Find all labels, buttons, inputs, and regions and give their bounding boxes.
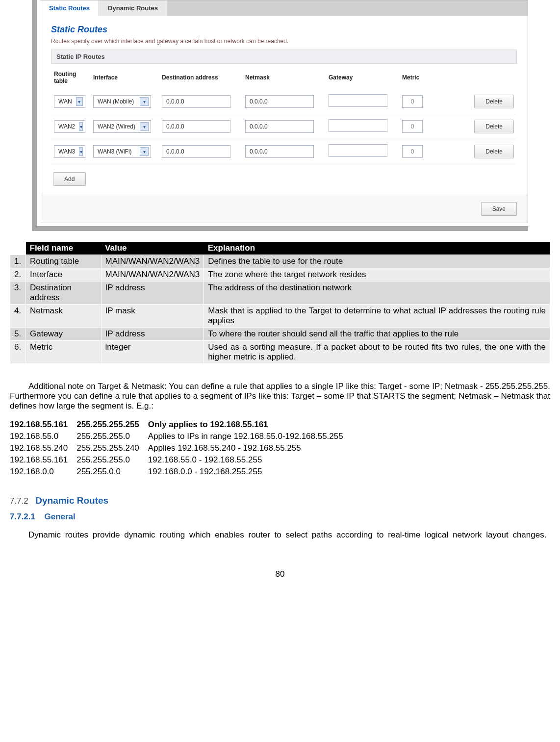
row-number: 1. bbox=[10, 255, 26, 268]
heading-title: Dynamic Routes bbox=[35, 495, 108, 506]
field-name: Destination address bbox=[26, 281, 102, 305]
interface-select[interactable]: WAN3 (WiFi)▾ bbox=[93, 145, 151, 158]
row-number: 2. bbox=[10, 268, 26, 281]
field-value: integer bbox=[101, 341, 204, 364]
delete-button[interactable]: Delete bbox=[474, 95, 514, 108]
field-value: IP address bbox=[101, 328, 204, 341]
subheading-general: 7.7.2.1 General bbox=[10, 512, 550, 522]
field-explanation: Used as a sorting measure. If a packet a… bbox=[204, 341, 550, 364]
example-ip: 192.168.55.0 bbox=[10, 431, 76, 442]
row-number: 6. bbox=[10, 341, 26, 364]
example-ip: 192.168.55.161 bbox=[10, 419, 76, 431]
field-value: IP address bbox=[101, 281, 204, 305]
chevron-down-icon: ▾ bbox=[140, 97, 149, 106]
gateway-input[interactable] bbox=[329, 144, 387, 157]
field-value: IP mask bbox=[101, 305, 204, 328]
netmask-input[interactable]: 0.0.0.0 bbox=[245, 145, 314, 158]
head-value: Value bbox=[101, 242, 204, 255]
page-number: 80 bbox=[10, 569, 550, 579]
example-mask: 255.255.255.240 bbox=[76, 442, 148, 454]
chevron-down-icon: ▾ bbox=[76, 97, 83, 106]
example-mask: 255.255.0.0 bbox=[76, 466, 148, 478]
field-explanation: To where the router should send all the … bbox=[204, 328, 550, 341]
note-paragraph: Additional note on Target & Netmask: You… bbox=[10, 382, 550, 411]
example-mask: 255.255.255.255 bbox=[76, 419, 148, 431]
example-desc: Applies 192.168.55.240 - 192.168.55.255 bbox=[148, 442, 352, 454]
routing-table-select[interactable]: WAN▾ bbox=[54, 95, 85, 108]
interface-select[interactable]: WAN2 (Wired)▾ bbox=[93, 120, 151, 133]
heading-number: 7.7.2 bbox=[10, 496, 28, 506]
subheading-number: 7.7.2.1 bbox=[10, 512, 35, 522]
field-value: MAIN/WAN/WAN2/WAN3 bbox=[101, 255, 204, 268]
destination-input[interactable]: 0.0.0.0 bbox=[162, 95, 230, 108]
col-routing-table: Routing table bbox=[51, 67, 90, 89]
col-netmask: Netmask bbox=[242, 67, 326, 89]
panel-title: Static Routes bbox=[51, 25, 517, 35]
panel-description: Routes specify over which interface and … bbox=[51, 38, 517, 45]
col-metric: Metric bbox=[399, 67, 442, 89]
example-desc: 192.168.55.0 - 192.168.55.255 bbox=[148, 454, 352, 466]
example-ip: 192.168.55.240 bbox=[10, 442, 76, 454]
field-value: MAIN/WAN/WAN2/WAN3 bbox=[101, 268, 204, 281]
gateway-input[interactable] bbox=[329, 94, 387, 107]
example-desc: Only applies to 192.168.55.161 bbox=[148, 419, 352, 431]
field-name: Netmask bbox=[26, 305, 102, 328]
field-name: Routing table bbox=[26, 255, 102, 268]
destination-input[interactable]: 0.0.0.0 bbox=[162, 145, 230, 158]
example-desc: 192.168.0.0 - 192.168.255.255 bbox=[148, 466, 352, 478]
metric-input[interactable]: 0 bbox=[402, 120, 423, 133]
examples-table: 192.168.55.161255.255.255.255Only applie… bbox=[10, 419, 352, 478]
head-field-name: Field name bbox=[26, 242, 102, 255]
field-name: Interface bbox=[26, 268, 102, 281]
interface-select[interactable]: WAN (Mobile)▾ bbox=[93, 95, 151, 108]
row-number: 5. bbox=[10, 328, 26, 341]
routing-table-select[interactable]: WAN3▾ bbox=[54, 145, 85, 158]
tab-static-routes[interactable]: Static Routes bbox=[40, 0, 99, 16]
metric-input[interactable]: 0 bbox=[402, 95, 423, 108]
delete-button[interactable]: Delete bbox=[474, 145, 514, 158]
field-name: Gateway bbox=[26, 328, 102, 341]
example-ip: 192.168.55.161 bbox=[10, 454, 76, 466]
example-desc: Applies to IPs in range 192.168.55.0-192… bbox=[148, 431, 352, 442]
metric-input[interactable]: 0 bbox=[402, 145, 423, 158]
destination-input[interactable]: 0.0.0.0 bbox=[162, 120, 230, 133]
netmask-input[interactable]: 0.0.0.0 bbox=[245, 95, 314, 108]
field-explanation: Defines the table to use for the route bbox=[204, 255, 550, 268]
routing-table-select[interactable]: WAN2▾ bbox=[54, 120, 85, 133]
heading-dynamic-routes: 7.7.2 Dynamic Routes bbox=[10, 495, 550, 506]
netmask-input[interactable]: 0.0.0.0 bbox=[245, 120, 314, 133]
field-explanation-table: Field name Value Explanation 1.Routing t… bbox=[10, 242, 550, 364]
example-mask: 255.255.255.0 bbox=[76, 454, 148, 466]
chevron-down-icon: ▾ bbox=[79, 122, 83, 131]
tab-bar: Static Routes Dynamic Routes bbox=[40, 0, 528, 16]
dynamic-routes-paragraph: Dynamic routes provide dynamic routing w… bbox=[10, 530, 550, 540]
row-number: 3. bbox=[10, 281, 26, 305]
row-number: 4. bbox=[10, 305, 26, 328]
section-title: Static IP Routes bbox=[51, 50, 517, 64]
delete-button[interactable]: Delete bbox=[474, 120, 514, 133]
add-button[interactable]: Add bbox=[53, 172, 86, 186]
chevron-down-icon: ▾ bbox=[140, 122, 149, 131]
col-gateway: Gateway bbox=[326, 67, 399, 89]
save-button[interactable]: Save bbox=[481, 202, 517, 216]
head-explanation: Explanation bbox=[204, 242, 550, 255]
example-ip: 192.168.0.0 bbox=[10, 466, 76, 478]
gateway-input[interactable] bbox=[329, 119, 387, 132]
chevron-down-icon: ▾ bbox=[140, 147, 149, 156]
field-explanation: The zone where the target network reside… bbox=[204, 268, 550, 281]
field-explanation: The address of the destination network bbox=[204, 281, 550, 305]
field-name: Metric bbox=[26, 341, 102, 364]
tab-dynamic-routes[interactable]: Dynamic Routes bbox=[99, 0, 167, 16]
chevron-down-icon: ▾ bbox=[79, 147, 83, 156]
example-mask: 255.255.255.0 bbox=[76, 431, 148, 442]
subheading-title: General bbox=[44, 512, 75, 521]
routes-table: Routing table Interface Destination addr… bbox=[51, 67, 517, 164]
col-interface: Interface bbox=[90, 67, 159, 89]
field-explanation: Mask that is applied to the Target to de… bbox=[204, 305, 550, 328]
col-destination: Destination address bbox=[159, 67, 242, 89]
